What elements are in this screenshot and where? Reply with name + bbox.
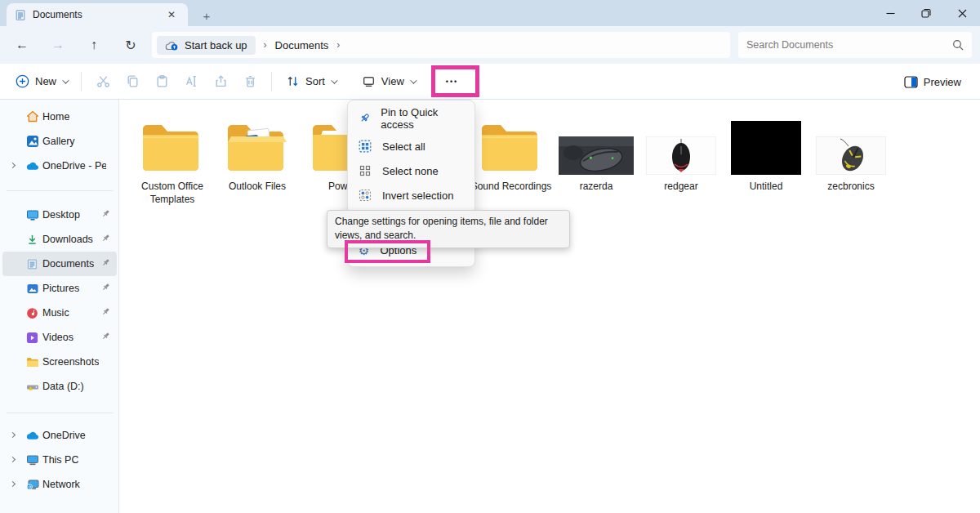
- chevron-right-icon[interactable]: [10, 481, 16, 487]
- highlight-box-options: [345, 240, 430, 263]
- pin-icon: [101, 234, 110, 243]
- pin-icon: [101, 209, 110, 218]
- restore-button[interactable]: [908, 0, 944, 26]
- document-icon: [15, 9, 26, 21]
- sidebar-item-data-drive[interactable]: Data (D:): [2, 374, 117, 399]
- chevron-down-icon: [331, 77, 337, 83]
- sidebar-item-gallery[interactable]: Gallery: [2, 129, 117, 154]
- command-toolbar: New: [0, 64, 980, 100]
- sidebar-item-videos[interactable]: Videos: [2, 325, 117, 350]
- rename-button[interactable]: [176, 69, 206, 95]
- sidebar-item-desktop[interactable]: Desktop: [2, 203, 117, 227]
- menu-item-label: Select all: [382, 141, 425, 153]
- folder-icon: [25, 355, 39, 369]
- sidebar-item-pictures[interactable]: Pictures: [2, 276, 117, 301]
- menu-item-select-none[interactable]: Select none: [348, 158, 474, 183]
- sidebar-item-label: OneDrive - Persona: [42, 160, 106, 172]
- breadcrumb-root[interactable]: Start back up: [157, 36, 256, 55]
- file-tile-razerda[interactable]: razerda: [554, 114, 639, 194]
- file-tile-sound-recordings[interactable]: Sound Recordings: [469, 114, 554, 194]
- sidebar-item-downloads[interactable]: Downloads: [2, 227, 117, 252]
- file-tile-outlook-files[interactable]: Outlook Files: [215, 114, 300, 194]
- forward-button[interactable]: →: [46, 33, 70, 57]
- sidebar-item-network[interactable]: Network: [2, 472, 117, 497]
- breadcrumb-current[interactable]: Documents: [275, 39, 329, 51]
- navigation-bar: ← → ↑ ↻ Start back up › Documents ›: [0, 26, 980, 64]
- share-button[interactable]: [206, 69, 235, 95]
- chevron-right-icon[interactable]: [10, 457, 16, 462]
- file-tile-redgear[interactable]: redgear: [639, 114, 724, 194]
- documents-icon: [25, 257, 39, 271]
- tab-title: Documents: [33, 9, 163, 20]
- sidebar-item-home[interactable]: Home: [2, 105, 117, 129]
- breadcrumb-chevron-icon[interactable]: ›: [336, 39, 340, 51]
- refresh-button[interactable]: ↻: [118, 33, 143, 57]
- cut-button[interactable]: [88, 69, 118, 95]
- sidebar-item-documents[interactable]: Documents: [2, 252, 117, 276]
- folder-open-icon: [215, 114, 300, 175]
- sidebar-item-onedrive-personal[interactable]: OneDrive - Persona: [2, 154, 117, 178]
- file-label: Custom Office Templates: [130, 181, 215, 207]
- desktop-icon: [25, 208, 39, 222]
- delete-button[interactable]: [235, 69, 265, 95]
- new-button[interactable]: New: [8, 69, 74, 93]
- file-label: zecbronics: [808, 181, 893, 194]
- chevron-right-icon[interactable]: [10, 163, 16, 168]
- search-input[interactable]: [746, 39, 952, 51]
- onedrive-icon: [25, 429, 39, 443]
- breadcrumb-root-label: Start back up: [185, 39, 247, 51]
- menu-item-pin-to-quick-access[interactable]: Pin to Quick access: [348, 106, 474, 131]
- up-button[interactable]: ↑: [82, 33, 106, 57]
- select-none-icon: [359, 164, 372, 177]
- tab-documents[interactable]: Documents ✕: [7, 3, 188, 26]
- view-button[interactable]: View: [354, 69, 422, 93]
- sidebar-item-this-pc[interactable]: This PC: [2, 448, 117, 472]
- file-label: Sound Recordings: [469, 181, 554, 194]
- file-list: Custom Office Templates Outlook Files Po…: [119, 100, 980, 513]
- pin-icon: [101, 307, 110, 316]
- gallery-icon: [25, 135, 39, 149]
- back-button[interactable]: ←: [10, 33, 34, 57]
- address-bar[interactable]: Start back up › Documents ›: [152, 32, 730, 58]
- new-tab-button[interactable]: +: [198, 7, 216, 25]
- sidebar-item-music[interactable]: Music: [2, 301, 117, 325]
- backup-cloud-icon: [165, 40, 179, 51]
- sidebar-item-label: Home: [42, 111, 69, 123]
- file-tile-zecbronics[interactable]: zecbronics: [808, 114, 893, 194]
- menu-item-label: Pin to Quick access: [381, 106, 464, 131]
- new-button-label: New: [35, 75, 56, 87]
- sidebar-item-label: Videos: [42, 332, 74, 343]
- file-tile-untitled[interactable]: Untitled: [724, 114, 808, 194]
- menu-item-invert-selection[interactable]: Invert selection: [348, 183, 474, 207]
- highlight-box-see-more: [431, 65, 479, 97]
- sidebar-item-label: Downloads: [42, 234, 93, 245]
- pin-icon: [101, 258, 110, 267]
- chevron-right-icon[interactable]: [10, 432, 16, 438]
- file-label: Untitled: [724, 181, 808, 194]
- navigation-pane: Home Gallery OneDrive - Persona Desktop: [0, 100, 118, 513]
- sidebar-item-label: OneDrive: [42, 430, 86, 441]
- close-icon: [958, 9, 967, 18]
- paste-button[interactable]: [147, 69, 176, 95]
- tab-close-icon[interactable]: ✕: [163, 7, 180, 23]
- copy-icon: [126, 74, 140, 88]
- view-icon: [362, 74, 376, 88]
- sidebar-item-label: Network: [42, 479, 80, 490]
- file-tile-custom-office-templates[interactable]: Custom Office Templates: [130, 114, 215, 207]
- menu-item-select-all[interactable]: Select all: [348, 134, 474, 158]
- minimize-button[interactable]: [872, 0, 908, 26]
- preview-button[interactable]: Preview: [897, 71, 969, 93]
- toolbar-divider: [81, 72, 82, 91]
- view-button-label: View: [381, 75, 404, 87]
- copy-button[interactable]: [118, 69, 147, 95]
- pin-icon: [101, 332, 110, 341]
- sidebar-item-onedrive[interactable]: OneDrive: [2, 423, 117, 448]
- sidebar-item-screenshots[interactable]: Screenshots: [2, 350, 117, 374]
- drive-icon: [25, 380, 39, 394]
- search-box[interactable]: [738, 32, 972, 58]
- sort-button[interactable]: Sort: [278, 69, 343, 93]
- close-button[interactable]: [944, 0, 980, 26]
- preview-button-label: Preview: [924, 76, 961, 88]
- select-all-icon: [359, 140, 372, 153]
- home-icon: [25, 110, 39, 124]
